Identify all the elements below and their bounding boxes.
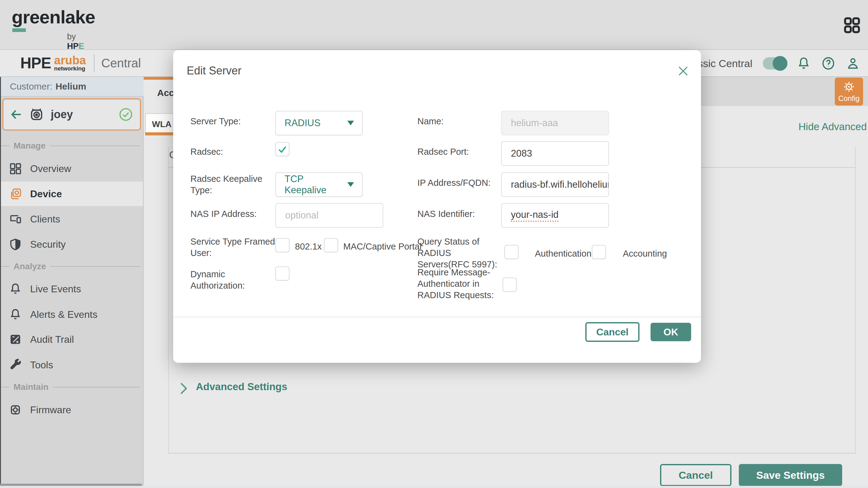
sidebar-item-label: Device — [30, 188, 62, 200]
dynamic-authorization-checkbox[interactable] — [275, 267, 289, 281]
sidebar-item-label: Tools — [30, 359, 53, 371]
logo-divider — [94, 54, 94, 72]
sidebar-item-firmware[interactable]: Firmware — [0, 398, 143, 422]
require-message-authenticator-checkbox[interactable] — [503, 278, 517, 292]
sidebar-item-live-events[interactable]: Live Events — [0, 277, 143, 301]
section-header-manage: Manage — [0, 140, 144, 152]
modal-ok-button[interactable]: OK — [651, 323, 691, 341]
sidebar-item-security[interactable]: Security — [0, 232, 143, 256]
sidebar-item-device[interactable]: Device — [0, 182, 143, 206]
save-settings-button[interactable]: Save Settings — [739, 464, 842, 486]
modal-title: Edit Server — [187, 64, 242, 77]
name-label: Name: — [417, 116, 501, 127]
nas-ip-address-label: NAS IP Address: — [190, 208, 275, 220]
greenlake-header: greenlake by HPE — [0, 0, 868, 50]
wrench-icon — [9, 358, 22, 372]
nas-identifier-value: your-nas-id — [511, 209, 559, 222]
panel-border-right — [855, 147, 856, 453]
sidebar-item-label: Overview — [30, 163, 71, 175]
greenlake-logo-bar — [12, 28, 26, 32]
radsec-port-label: Radsec Port: — [417, 146, 501, 157]
greenlake-brand: greenlake — [12, 7, 95, 27]
clients-icon — [9, 212, 22, 226]
page-cancel-button[interactable]: Cancel — [660, 464, 732, 486]
dynamic-authorization-label: Dynamic Authorization: — [190, 269, 275, 292]
section-header-analyze: Analyze — [0, 260, 144, 273]
accounting-label: Accounting — [623, 249, 667, 259]
footer-divider — [168, 453, 856, 454]
panel-border-left — [168, 147, 169, 453]
check-circle-icon — [118, 107, 133, 122]
bell-icon — [9, 282, 22, 296]
greenlake-logo: greenlake by HPE — [12, 8, 95, 27]
mac-captive-portal-label: MAC/Captive Portal — [343, 242, 422, 252]
gear-icon — [843, 81, 855, 93]
dot1x-checkbox[interactable] — [275, 238, 289, 252]
chevron-down-icon — [347, 120, 354, 126]
sidebar-item-clients[interactable]: Clients — [0, 207, 143, 232]
firmware-chip-icon — [9, 403, 22, 417]
radsec-port-field[interactable] — [501, 141, 609, 166]
classic-central-toggle[interactable] — [763, 57, 786, 69]
help-icon[interactable] — [821, 56, 835, 70]
user-icon[interactable] — [846, 56, 860, 70]
toggle-knob — [773, 56, 787, 71]
chevron-down-icon — [347, 182, 354, 188]
ip-address-fqdn-label: IP Address/FQDN: — [417, 177, 501, 189]
mac-captive-portal-checkbox[interactable] — [324, 238, 338, 252]
product-name: Central — [101, 56, 141, 70]
overview-grid-icon — [9, 162, 22, 175]
config-button[interactable]: Config — [835, 78, 863, 105]
ip-address-fqdn-field[interactable] — [501, 172, 609, 197]
authentication-checkbox[interactable] — [504, 245, 519, 259]
modal-cancel-button[interactable]: Cancel — [585, 322, 640, 342]
radsec-checkbox[interactable] — [275, 142, 289, 156]
sidebar: Customer: Helium joey — [0, 77, 144, 488]
bottom-strip — [0, 486, 868, 488]
hpe-wordmark: HPE — [20, 54, 51, 72]
sidebar-item-label: Live Events — [30, 283, 81, 295]
horizontal-scrollbar-thumb[interactable] — [0, 484, 142, 486]
server-type-dropdown[interactable]: RADIUS — [275, 111, 363, 135]
radsec-keepalive-type-value: TCP Keepalive — [284, 174, 347, 196]
bell-icon — [9, 308, 22, 321]
server-type-value: RADIUS — [284, 118, 320, 129]
sidebar-item-tools[interactable]: Tools — [0, 353, 143, 377]
radsec-keepalive-type-label: Radsec Keepalive Type: — [190, 173, 275, 196]
tab-wlans-active-bar — [145, 132, 174, 135]
device-icon — [9, 187, 22, 201]
radsec-keepalive-type-dropdown[interactable]: TCP Keepalive — [275, 172, 363, 197]
advanced-settings-toggle[interactable]: Advanced Settings — [179, 381, 287, 393]
service-type-framed-user-label: Service Type Framed User: — [190, 236, 275, 259]
context-selector[interactable]: joey — [2, 98, 141, 130]
hpe-aruba-networking-logo: HPE aruba networking Central — [20, 54, 141, 72]
hide-advanced-link[interactable]: Hide Advanced — [799, 121, 867, 132]
sidebar-item-label: Alerts & Events — [30, 309, 97, 320]
radsec-label: Radsec: — [190, 146, 275, 157]
audit-trail-icon — [9, 333, 22, 346]
shield-icon — [9, 238, 22, 251]
query-status-label: Query Status of RADIUS Servers(RFC 5997)… — [417, 236, 501, 270]
close-icon[interactable] — [677, 65, 689, 77]
app-screen: greenlake by HPE HPE aruba networking Ce… — [0, 0, 868, 488]
accounting-checkbox[interactable] — [592, 245, 606, 259]
sidebar-item-label: Clients — [30, 214, 60, 225]
window-left-edge — [0, 77, 1, 485]
advanced-settings-label: Advanced Settings — [196, 381, 287, 393]
name-field — [501, 111, 609, 135]
check-icon — [277, 144, 287, 154]
section-header-maintain: Maintain — [0, 381, 144, 393]
nas-identifier-field[interactable]: your-nas-id — [501, 203, 609, 228]
sidebar-item-alerts-events[interactable]: Alerts & Events — [0, 302, 143, 327]
chevron-right-icon — [179, 382, 188, 392]
sidebar-item-overview[interactable]: Overview — [0, 156, 143, 181]
nas-ip-address-field[interactable] — [275, 203, 383, 228]
grid-apps-icon[interactable] — [843, 16, 861, 34]
bell-icon[interactable] — [797, 56, 811, 70]
edit-server-modal: Edit Server Server Type: RADIUS Name: Ra… — [173, 50, 701, 363]
sidebar-item-label: Audit Trail — [30, 334, 74, 345]
config-button-label: Config — [838, 94, 859, 103]
virtual-controller-icon — [29, 106, 44, 122]
arrow-left-icon[interactable] — [9, 108, 23, 121]
sidebar-item-audit-trail[interactable]: Audit Trail — [0, 327, 143, 352]
